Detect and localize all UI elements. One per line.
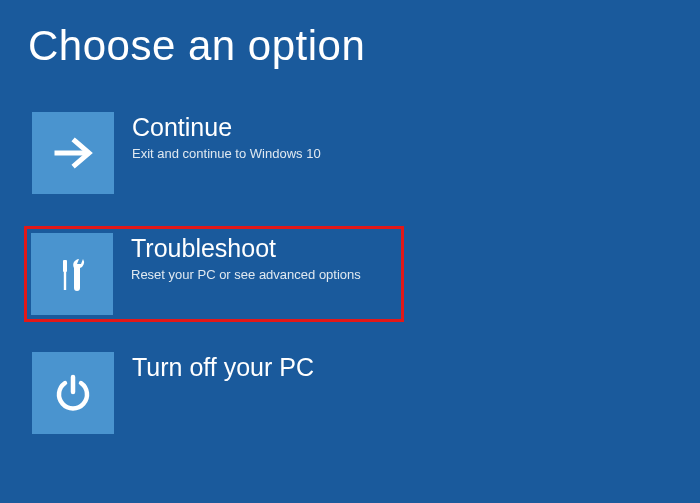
poweroff-tile [32, 352, 114, 434]
svg-rect-2 [64, 272, 66, 290]
options-list: Continue Exit and continue to Windows 10… [0, 70, 700, 438]
option-continue[interactable]: Continue Exit and continue to Windows 10 [28, 108, 408, 198]
page-title: Choose an option [0, 0, 700, 70]
option-poweroff[interactable]: Turn off your PC [28, 348, 408, 438]
continue-title: Continue [132, 114, 321, 142]
troubleshoot-tile [31, 233, 113, 315]
troubleshoot-desc: Reset your PC or see advanced options [131, 267, 361, 283]
troubleshoot-title: Troubleshoot [131, 235, 361, 263]
svg-rect-1 [63, 260, 67, 272]
power-icon [50, 370, 96, 416]
poweroff-title: Turn off your PC [132, 354, 314, 382]
continue-tile [32, 112, 114, 194]
tools-icon [49, 251, 95, 297]
arrow-right-icon [49, 129, 97, 177]
continue-desc: Exit and continue to Windows 10 [132, 146, 321, 162]
option-troubleshoot[interactable]: Troubleshoot Reset your PC or see advanc… [24, 226, 404, 322]
